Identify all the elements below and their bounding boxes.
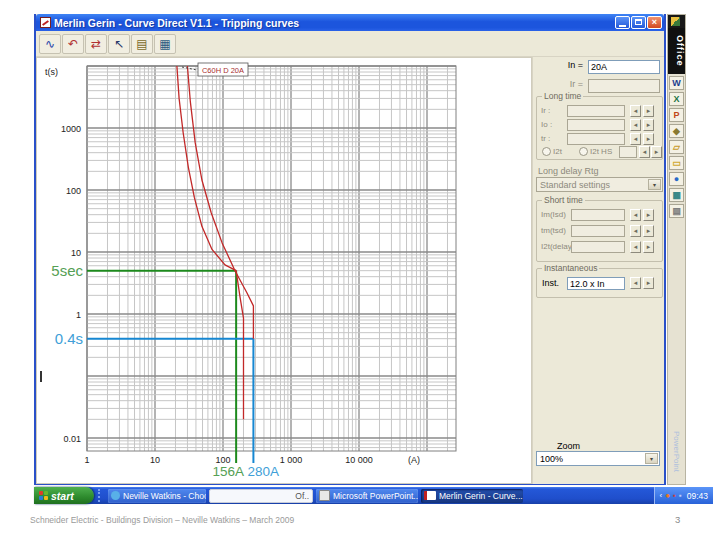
lt-row1-label: Ir : bbox=[541, 106, 550, 115]
tray-icons: ‹●▪▪ bbox=[660, 492, 685, 500]
spinner-left-button[interactable] bbox=[630, 277, 641, 289]
open-folder-icon[interactable]: ▱ bbox=[669, 140, 684, 154]
long-time-title: Long time bbox=[542, 91, 583, 101]
long-delay-value: Standard settings bbox=[540, 180, 610, 190]
ir-field bbox=[588, 79, 660, 93]
folder-icon[interactable]: ▭ bbox=[669, 156, 684, 170]
st-row1-label: Im(Isd) bbox=[541, 210, 566, 219]
clipped-tick-mark bbox=[40, 371, 42, 382]
in-label: In = bbox=[533, 60, 583, 70]
trip-time-label: 0.4s bbox=[55, 330, 83, 347]
tripping-curve-min bbox=[177, 66, 244, 419]
x-tick-label: 1 bbox=[84, 455, 89, 465]
tripping-curve-chart: 1101001 00010 000(A)10001001010.01t(s)5s… bbox=[37, 58, 531, 484]
hide-tray-chevron-icon[interactable]: ‹ bbox=[660, 492, 663, 500]
start-label: start bbox=[51, 490, 74, 502]
spinner-left-button[interactable] bbox=[639, 146, 650, 158]
tools-key-icon[interactable]: ◆ bbox=[669, 124, 684, 138]
spinner-right-button[interactable] bbox=[643, 119, 654, 131]
taskbar-clock: 09:43 bbox=[687, 491, 708, 501]
outlook-globe-icon bbox=[111, 491, 120, 500]
y-tick-label: 1 bbox=[76, 310, 81, 320]
zoom-value: 100% bbox=[540, 454, 563, 464]
spinner-right-button[interactable] bbox=[643, 209, 654, 221]
client-area: 1101001 00010 000(A)10001001010.01t(s)5s… bbox=[36, 57, 664, 484]
pointer-icon[interactable]: ↖ bbox=[108, 34, 130, 54]
windows-flag-icon bbox=[39, 491, 48, 500]
spinner-right-button[interactable] bbox=[643, 105, 654, 117]
toolbar: ∿↶⇄↖▤▦ bbox=[36, 31, 664, 57]
title-bar: Merlin Gerin - Curve Direct V1.1 - Tripp… bbox=[36, 14, 664, 31]
taskbar-item-outlook[interactable]: Neville Watkins - Choo... bbox=[108, 489, 206, 503]
zoom-combo[interactable]: 100% bbox=[536, 451, 660, 466]
st-row2-label: tm(tsd) bbox=[541, 226, 566, 235]
spinner-right-button[interactable] bbox=[643, 225, 654, 237]
in-field[interactable]: 20A bbox=[588, 60, 660, 74]
y-tick-label: 0.01 bbox=[63, 434, 81, 444]
close-button[interactable]: × bbox=[647, 16, 662, 29]
taskbar-item-merlin-gerin[interactable]: Merlin Gerin - Curve... bbox=[421, 489, 523, 503]
minimize-button[interactable] bbox=[615, 16, 630, 29]
x-tick-label: 10 000 bbox=[345, 455, 373, 465]
trip-current-label: 280A bbox=[247, 464, 279, 479]
start-button[interactable]: start bbox=[34, 487, 94, 504]
spinner-right-button[interactable] bbox=[643, 241, 654, 253]
curve-app-icon bbox=[424, 491, 436, 500]
tray-display-icon[interactable]: ▪ bbox=[673, 492, 676, 500]
powerpoint-slide: Merlin Gerin - Curve Direct V1.1 - Tripp… bbox=[0, 0, 720, 540]
i2t-hs-radio[interactable] bbox=[579, 147, 588, 156]
spinner-left-button[interactable] bbox=[630, 119, 641, 131]
desktop-screenshot: Merlin Gerin - Curve Direct V1.1 - Tripp… bbox=[34, 14, 713, 504]
tray-messenger-icon[interactable]: ● bbox=[665, 492, 670, 500]
powerpoint-icon[interactable]: P bbox=[669, 108, 684, 122]
clipboard-icon[interactable]: ▤ bbox=[669, 204, 684, 218]
spinner-left-button[interactable] bbox=[630, 105, 641, 117]
long-time-group: Long time Ir : Io : tr : bbox=[536, 96, 663, 160]
i2t-radio[interactable] bbox=[542, 147, 551, 156]
st-row2-field bbox=[571, 225, 625, 237]
i2t-radio-label: I2t bbox=[553, 147, 562, 156]
window-title: Merlin Gerin - Curve Direct V1.1 - Tripp… bbox=[54, 17, 614, 29]
lt-row3-label: tr : bbox=[541, 134, 550, 143]
tray-network-icon[interactable]: ▪ bbox=[679, 492, 682, 500]
undo-arrow-icon[interactable]: ↶ bbox=[62, 34, 84, 54]
short-time-group: Short time Im(Isd) tm(tsd) I2t(delay) bbox=[536, 200, 663, 262]
st-row1-field bbox=[571, 209, 625, 221]
swap-arrows-icon[interactable]: ⇄ bbox=[85, 34, 107, 54]
i2t-field bbox=[619, 146, 637, 158]
device-label: C60H D 20A bbox=[202, 66, 244, 75]
ir-label: Ir = bbox=[533, 79, 583, 89]
print-icon[interactable]: ▤ bbox=[131, 34, 153, 54]
curves-icon[interactable]: ∿ bbox=[39, 34, 61, 54]
spinner-right-button[interactable] bbox=[643, 133, 654, 145]
spinner-left-button[interactable] bbox=[630, 225, 641, 237]
spinner-left-button[interactable] bbox=[630, 209, 641, 221]
app-icon bbox=[40, 17, 51, 28]
settings-panel: In = 20A Ir = Long time Ir : Io : bbox=[532, 57, 664, 484]
office-bar-title: Office bbox=[668, 28, 685, 74]
spinner-left-button[interactable] bbox=[630, 241, 641, 253]
system-tray: ‹●▪▪ 09:43 bbox=[654, 487, 713, 504]
slide-page-number: 3 bbox=[675, 514, 680, 525]
taskbar-item-office[interactable]: Of.. bbox=[209, 489, 313, 503]
powerpoint-window-icon bbox=[319, 490, 330, 501]
spinner-left-button[interactable] bbox=[630, 133, 641, 145]
network-icon[interactable]: ▦ bbox=[669, 188, 684, 202]
spinner-right-button[interactable] bbox=[643, 277, 654, 289]
word-icon[interactable]: W bbox=[669, 76, 684, 90]
powerpoint-watermark: PowerPoint bbox=[672, 431, 681, 472]
inst-label: Inst. bbox=[542, 278, 559, 288]
x-tick-label: 10 bbox=[150, 455, 160, 465]
taskbar-item-powerpoint[interactable]: Microsoft PowerPoint... bbox=[316, 489, 418, 503]
office-shortcut-bar: Office WXP◆▱▭●▦▤ PowerPoint bbox=[667, 14, 686, 485]
restore-button[interactable] bbox=[631, 16, 646, 29]
dropdown-arrow-icon[interactable] bbox=[645, 453, 658, 464]
excel-icon[interactable]: X bbox=[669, 92, 684, 106]
export-chart-icon[interactable]: ▦ bbox=[154, 34, 176, 54]
inst-field[interactable]: 12.0 x In bbox=[567, 277, 625, 290]
spinner-right-button[interactable] bbox=[651, 146, 662, 158]
instantaneous-title: Instantaneous bbox=[542, 263, 599, 273]
internet-explorer-icon[interactable]: ● bbox=[669, 172, 684, 186]
y-tick-label: 10 bbox=[71, 248, 81, 258]
slide-footer: Schneider Electric - Buildings Division … bbox=[30, 515, 294, 525]
